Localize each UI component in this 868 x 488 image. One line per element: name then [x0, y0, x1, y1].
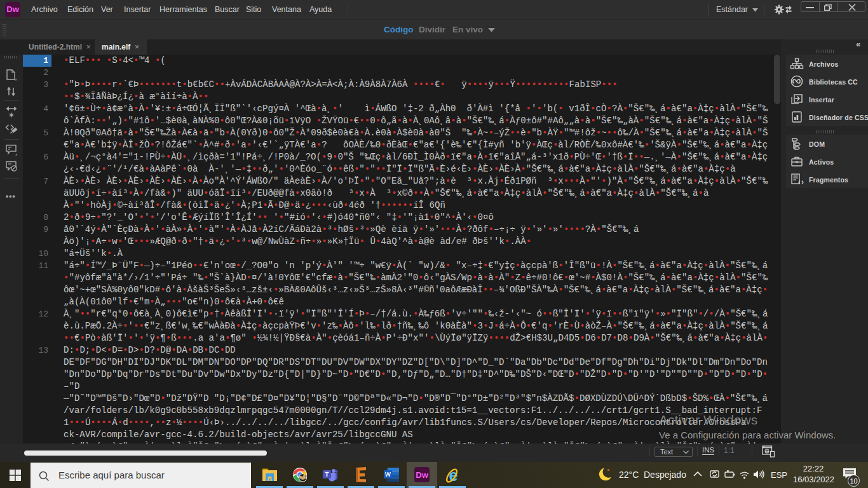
svg-text:Dw: Dw: [416, 470, 428, 480]
